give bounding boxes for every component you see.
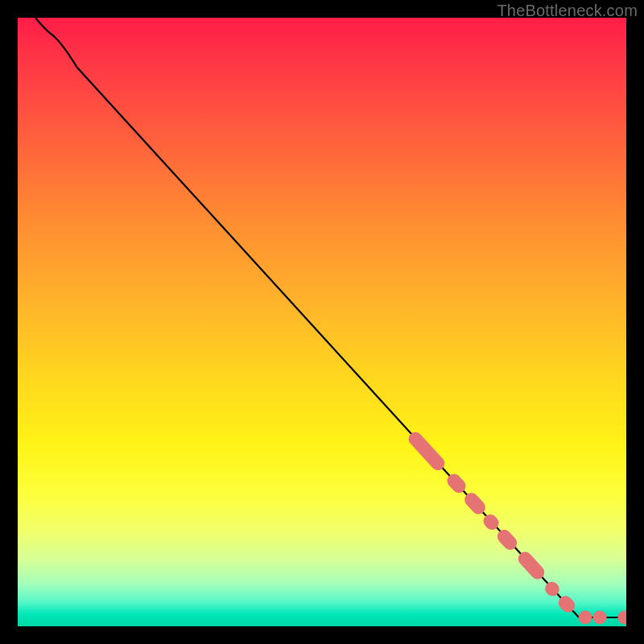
highlight-dot bbox=[593, 611, 607, 625]
plot-area bbox=[18, 18, 626, 626]
highlight-dot bbox=[618, 611, 627, 625]
chart-frame: TheBottleneck.com bbox=[0, 0, 644, 644]
highlight-dot bbox=[579, 611, 592, 625]
curve-svg bbox=[18, 18, 626, 626]
main-curve bbox=[35, 18, 626, 617]
